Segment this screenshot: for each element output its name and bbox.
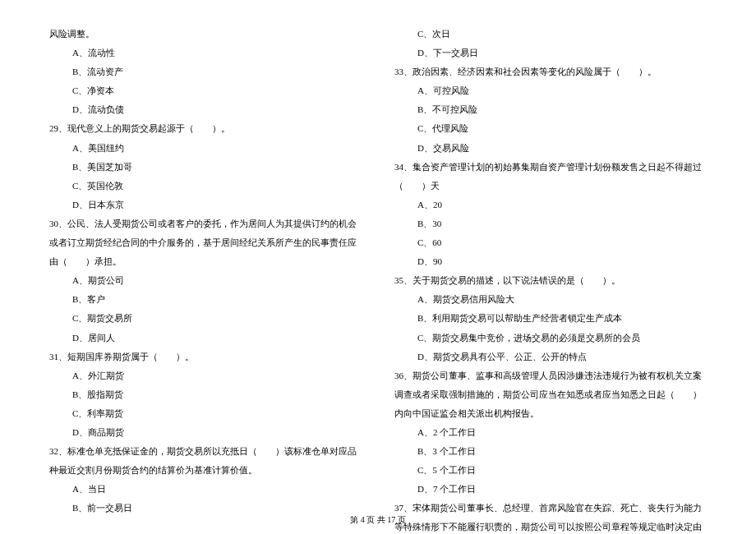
question-31: 31、短期国库券期货属于（ ）。 [49,348,362,366]
option: D、居间人 [49,329,362,348]
option: B、不可控风险 [394,100,707,119]
question-29: 29、现代意义上的期货交易起源于（ ）。 [49,119,362,138]
option: D、7 个工作日 [394,480,707,499]
option: B、30 [394,214,707,233]
option: A、外汇期货 [49,366,362,385]
page-content: 风险调整。 A、流动性 B、流动资产 C、净资本 D、流动负债 29、现代意义上… [0,0,756,534]
option: A、当日 [49,480,362,499]
page-footer: 第 4 页 共 17 页 [0,514,756,526]
option: C、5 个工作日 [394,461,707,480]
left-column: 风险调整。 A、流动性 B、流动资产 C、净资本 D、流动负债 29、现代意义上… [49,25,362,534]
question-35: 35、关于期货交易的描述，以下说法错误的是（ ）。 [394,271,707,290]
question-32: 32、标准仓单充抵保证金的，期货交易所以充抵日（ ）该标准仓单对应品种最近交割月… [49,442,362,480]
option: B、美国芝加哥 [49,158,362,177]
option: A、美国纽约 [49,139,362,158]
option: D、期货交易具有公平、公正、公开的特点 [394,348,707,366]
option: A、2 个工作日 [394,423,707,442]
option: C、次日 [394,25,707,44]
option: A、可控风险 [394,81,707,100]
option: D、流动负债 [49,100,362,119]
option: B、股指期货 [49,385,362,404]
question-36: 36、期货公司董事、监事和高级管理人员因涉嫌违法违规行为被有权机关立案调查或者采… [394,366,707,423]
option: D、日本东京 [49,196,362,214]
option: C、60 [394,233,707,252]
option: A、流动性 [49,44,362,62]
option: B、3 个工作日 [394,442,707,461]
option: B、利用期货交易可以帮助生产经营者锁定生产成本 [394,309,707,328]
option: D、90 [394,252,707,271]
option: A、期货交易信用风险大 [394,290,707,309]
option: D、交易风险 [394,139,707,158]
option: A、20 [394,196,707,214]
option: C、期货交易集中竞价，进场交易的必须是交易所的会员 [394,329,707,348]
option: C、代理风险 [394,119,707,138]
question-34: 34、集合资产管理计划的初始募集期自资产管理计划份额发售之日起不得超过（ ）天 [394,158,707,196]
right-column: C、次日 D、下一交易日 33、政治因素、经济因素和社会因素等变化的风险属于（ … [394,25,707,534]
option: D、下一交易日 [394,44,707,62]
option: A、期货公司 [49,271,362,290]
question-30: 30、公民、法人受期货公司或者客户的委托，作为居间人为其提供订约的机会或者订立期… [49,214,362,271]
intro-text: 风险调整。 [49,25,362,44]
option: C、利率期货 [49,404,362,423]
option: B、流动资产 [49,62,362,81]
option: B、客户 [49,290,362,309]
option: D、商品期货 [49,423,362,442]
option: C、净资本 [49,81,362,100]
option: C、期货交易所 [49,309,362,328]
question-33: 33、政治因素、经济因素和社会因素等变化的风险属于（ ）。 [394,62,707,81]
option: C、英国伦敦 [49,177,362,196]
